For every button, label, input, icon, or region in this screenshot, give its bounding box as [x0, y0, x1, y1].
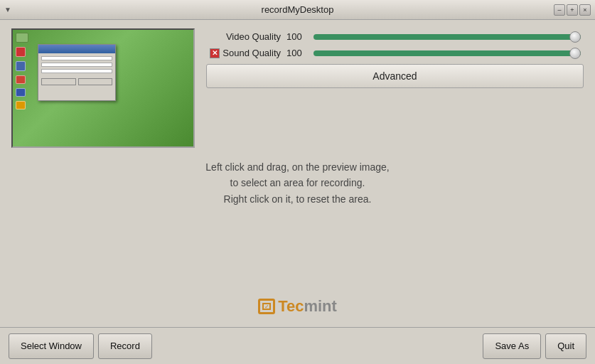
bottom-right-buttons: Save As Quit — [483, 333, 586, 359]
instruction-line-1: Left click and drag, on the preview imag… — [205, 159, 389, 175]
watermark-mint: mint — [304, 297, 336, 315]
watermark-tec: Tec — [278, 297, 304, 315]
preview-ok-btn — [41, 78, 76, 85]
preview-area[interactable] — [11, 28, 195, 148]
advanced-button[interactable]: Advanced — [206, 64, 584, 88]
titlebar: ▼ recordMyDesktop – + × — [0, 0, 595, 20]
quit-button[interactable]: Quit — [545, 333, 586, 359]
bottom-left-buttons: Select Window Record — [9, 333, 152, 359]
bottom-bar: Select Window Record Save As Quit — [0, 327, 595, 364]
desktop-icon-1 — [16, 33, 28, 43]
desktop-icon-2 — [16, 47, 26, 57]
desktop-icon-4 — [16, 75, 26, 84]
desktop-icons — [16, 33, 28, 109]
instruction-line-3: Right click on it, to reset the area. — [224, 191, 372, 207]
sound-quality-row: ✕ Sound Quality 100 — [206, 48, 584, 58]
desktop-icon-3 — [16, 61, 26, 71]
watermark-icon: ✓ — [258, 299, 275, 314]
sound-quality-label: Sound Quality — [223, 48, 281, 58]
video-quality-value: 100 — [286, 31, 308, 42]
preview-dialog — [38, 44, 116, 101]
preview-content-line-3 — [41, 69, 112, 73]
titlebar-arrow-icon: ▼ — [4, 6, 11, 14]
window-title: recordMyDesktop — [262, 4, 334, 15]
top-section: Video Quality 100 ✕ Sound Quality 100 Ad… — [11, 28, 584, 148]
preview-content-line-1 — [41, 56, 112, 60]
maximize-button[interactable]: + — [567, 4, 578, 16]
record-button[interactable]: Record — [98, 333, 152, 359]
desktop-icon-5 — [16, 88, 26, 97]
watermark-text: Tecmint — [278, 297, 337, 316]
preview-desktop — [13, 30, 193, 146]
video-quality-label: Video Quality — [206, 31, 281, 42]
preview-dialog-content — [38, 53, 115, 88]
video-quality-row: Video Quality 100 — [206, 31, 584, 42]
instructions: Left click and drag, on the preview imag… — [11, 148, 584, 291]
sound-quality-slider[interactable] — [313, 50, 581, 56]
preview-cancel-btn — [78, 78, 113, 85]
titlebar-controls: – + × — [554, 4, 591, 16]
desktop-icon-6 — [16, 101, 26, 109]
preview-content-line-2 — [41, 63, 112, 67]
select-window-button[interactable]: Select Window — [9, 333, 94, 359]
watermark-check-icon: ✓ — [262, 303, 271, 310]
minimize-button[interactable]: – — [554, 4, 565, 16]
close-button[interactable]: × — [579, 4, 591, 16]
titlebar-left: ▼ — [4, 6, 11, 14]
sound-quality-checkbox[interactable]: ✕ — [210, 48, 220, 58]
preview-dialog-titlebar — [38, 45, 115, 53]
instruction-line-2: to select an area for recording. — [230, 175, 365, 191]
sound-quality-value: 100 — [286, 48, 308, 58]
watermark: ✓ Tecmint — [11, 291, 584, 318]
controls-panel: Video Quality 100 ✕ Sound Quality 100 Ad… — [206, 28, 584, 88]
save-as-button[interactable]: Save As — [483, 333, 541, 359]
main-content: Video Quality 100 ✕ Sound Quality 100 Ad… — [0, 20, 595, 327]
video-quality-slider[interactable] — [313, 34, 581, 40]
preview-dialog-buttons — [41, 78, 112, 85]
